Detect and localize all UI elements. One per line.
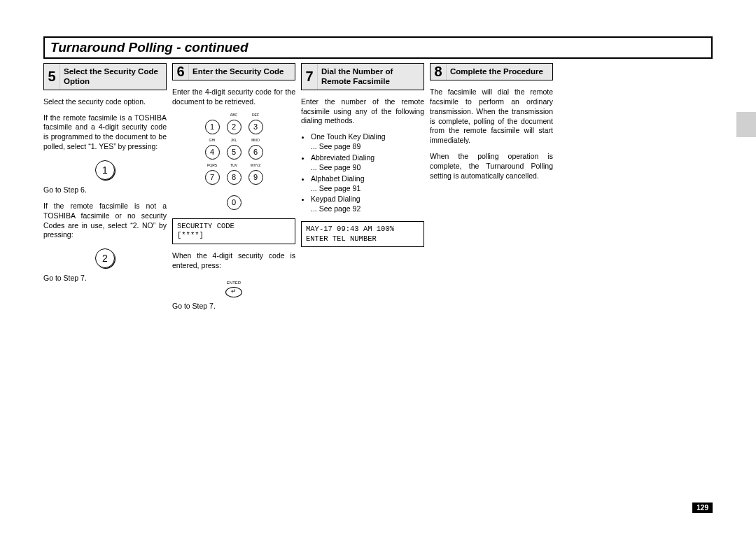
- paragraph: If the remote facsimile is a TOSHIBA fac…: [43, 113, 167, 152]
- step-6: 6 Enter the Security Code Enter the 4-di…: [172, 63, 295, 317]
- step-title: Enter the Security Code: [189, 64, 295, 80]
- step-header: 5 Select the Security Code Option: [43, 63, 167, 90]
- step-8: 8 Complete the Procedure The facsimile w…: [430, 63, 553, 317]
- keypad-key: 6: [248, 145, 263, 160]
- paragraph: When the polling operation is complete, …: [430, 152, 553, 181]
- manual-page: Turnaround Polling - continued 5 Select …: [0, 0, 756, 317]
- keypad-key: 8: [227, 170, 241, 185]
- list-item: One Touch Key Dialing... See page 89: [311, 132, 424, 152]
- step-body: Enter the 4-digit security code for the …: [172, 87, 295, 311]
- keypad-icon: 1 ABC2 DEF3 GHI4 JKL5 MNO6 PQRS7 TUV8 WX…: [172, 113, 295, 211]
- keypad-key: 1: [205, 120, 220, 134]
- list-item: Keypad Dialing... See page 92: [311, 195, 424, 214]
- content-columns: 5 Select the Security Code Option Select…: [43, 63, 713, 317]
- step-header: 6 Enter the Security Code: [172, 63, 295, 80]
- key-2-icon: 2: [95, 248, 115, 268]
- keypad-key: 5: [227, 145, 241, 160]
- keypad-key: 0: [227, 195, 241, 210]
- list-item: Abbreviated Dialing... See page 90: [311, 153, 424, 173]
- step-title: Select the Security Code Option: [60, 64, 166, 90]
- paragraph: Enter the 4-digit security code for the …: [172, 87, 295, 107]
- page-title: Turnaround Polling - continued: [43, 36, 713, 59]
- step-title: Dial the Number of Remote Facsimile: [318, 64, 424, 90]
- keypad-key: 9: [248, 170, 263, 185]
- dialing-methods-list: One Touch Key Dialing... See page 89 Abb…: [301, 132, 424, 214]
- step-number: 7: [302, 64, 318, 90]
- paragraph: When the 4-digit security code is entere…: [172, 251, 295, 271]
- step-title: Complete the Procedure: [447, 64, 552, 80]
- keypad-key: 2: [227, 120, 241, 134]
- paragraph: If the remote facsimile is not a TOSHIBA…: [43, 202, 167, 240]
- keypad-key: 3: [248, 120, 263, 134]
- page-number: 129: [692, 503, 713, 513]
- step-header: 7 Dial the Number of Remote Facsimile: [301, 63, 424, 90]
- list-item: Alphabet Dialing... See page 91: [311, 174, 424, 194]
- goto-text: Go to Step 6.: [43, 185, 167, 195]
- lcd-display: MAY-17 09:43 AM 100% ENTER TEL NUMBER: [301, 221, 424, 247]
- step-7: 7 Dial the Number of Remote Facsimile En…: [301, 63, 424, 317]
- paragraph: Select the security code option.: [43, 97, 167, 107]
- step-5: 5 Select the Security Code Option Select…: [43, 63, 167, 317]
- goto-text: Go to Step 7.: [43, 274, 167, 283]
- lcd-display: SECURITY CODE [****]: [172, 218, 295, 244]
- step-body: The facsimile will dial the remote facsi…: [430, 87, 553, 181]
- key-1-icon: 1: [95, 160, 115, 180]
- paragraph: Enter the number of the remote facsimile…: [301, 97, 424, 127]
- step-number: 6: [173, 64, 189, 80]
- step-body: Select the security code option. If the …: [43, 97, 167, 283]
- step-header: 8 Complete the Procedure: [430, 63, 553, 80]
- step-body: Enter the number of the remote facsimile…: [301, 97, 424, 248]
- paragraph: The facsimile will dial the remote facsi…: [430, 87, 553, 146]
- goto-text: Go to Step 7.: [172, 302, 295, 311]
- step-number: 5: [44, 64, 60, 90]
- side-tab: [736, 112, 756, 137]
- enter-key-icon: ENTER ↵: [225, 281, 242, 297]
- keypad-key: 4: [205, 145, 220, 160]
- step-number: 8: [430, 64, 447, 80]
- keypad-key: 7: [205, 170, 220, 185]
